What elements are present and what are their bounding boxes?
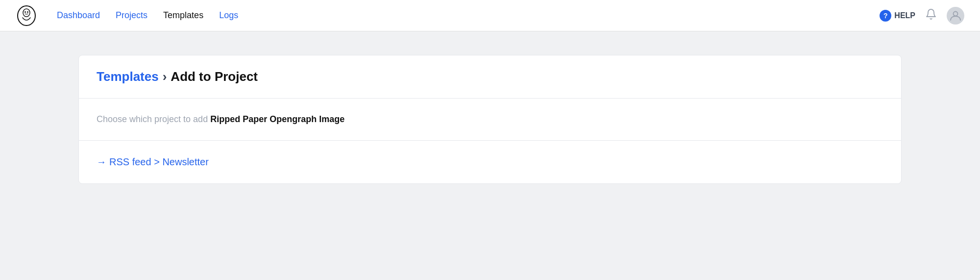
help-button[interactable]: ? HELP [880, 10, 915, 22]
choose-prefix: Choose which project to add [97, 114, 210, 124]
svg-point-2 [24, 11, 26, 13]
svg-point-4 [954, 11, 958, 16]
nav-templates[interactable]: Templates [163, 10, 203, 21]
breadcrumb-templates-link[interactable]: Templates [97, 69, 159, 84]
navbar: Dashboard Projects Templates Logs ? HELP [0, 0, 980, 31]
svg-point-3 [27, 11, 28, 13]
project-link-arrow: → [97, 156, 106, 168]
navbar-right: ? HELP [880, 7, 964, 25]
help-icon: ? [880, 10, 891, 22]
notifications-icon[interactable] [925, 8, 937, 23]
nav-projects[interactable]: Projects [116, 10, 147, 21]
breadcrumb-current: Add to Project [171, 69, 258, 84]
help-label: HELP [894, 11, 915, 20]
choose-description: Choose which project to add Ripped Paper… [97, 114, 883, 125]
breadcrumb-separator: › [163, 69, 167, 84]
logo[interactable] [16, 5, 37, 26]
template-name: Ripped Paper Opengraph Image [210, 114, 344, 124]
svg-point-1 [23, 9, 30, 17]
nav-logs[interactable]: Logs [219, 10, 238, 21]
navbar-left: Dashboard Projects Templates Logs [16, 5, 238, 26]
project-link-text: RSS feed > Newsletter [109, 156, 209, 168]
content-card: Templates › Add to Project Choose which … [78, 55, 902, 184]
main-content: Templates › Add to Project Choose which … [0, 31, 980, 207]
card-body-description: Choose which project to add Ripped Paper… [79, 99, 901, 141]
breadcrumb: Templates › Add to Project [97, 69, 883, 84]
project-link[interactable]: → RSS feed > Newsletter [97, 156, 883, 168]
card-header: Templates › Add to Project [79, 55, 901, 99]
user-avatar[interactable] [947, 7, 964, 25]
nav-dashboard[interactable]: Dashboard [57, 10, 100, 21]
project-row: → RSS feed > Newsletter [79, 141, 901, 183]
